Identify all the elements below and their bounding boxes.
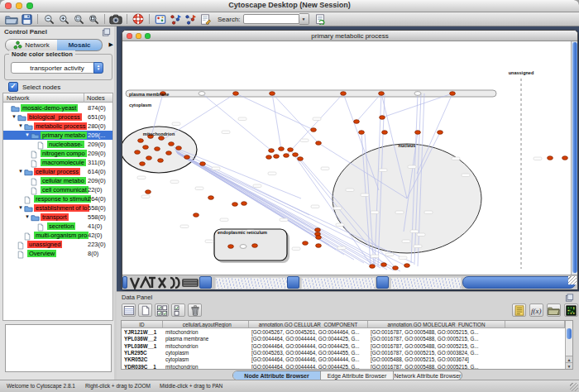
tab-mosaic[interactable]: Mosaic [57,39,103,51]
tree-row-response-to-stimulu[interactable]: response to stimulu264(0) [3,194,112,203]
network-node[interactable] [438,131,443,135]
table-cell[interactable]: plasma membrane [163,336,249,342]
dropdown-stepper-icon[interactable]: ▲▼ [93,62,103,74]
formula-builder-button[interactable]: f(x) [529,304,543,317]
network-node[interactable] [159,136,165,141]
tree-col-nodes[interactable]: Nodes [87,94,105,102]
expand-arrow-icon[interactable]: ▼ [12,114,17,120]
network-node[interactable] [315,228,321,232]
tree-row-secretion[interactable]: secretion41(0) [3,222,112,231]
table-cell[interactable]: [GO:0016787, GO:0005488, GO:0005215, G..… [368,329,505,336]
network-node[interactable] [143,146,149,150]
table-scrollbar[interactable]: ▲ ▼ [565,321,572,369]
table-cell[interactable]: mitochondrion [163,364,249,370]
table-cell[interactable]: [GO:0016787, GO:0005488, GO:0005215, G..… [368,343,505,350]
network-node[interactable] [184,155,190,160]
tree-row-cell-communicat[interactable]: cell communicat22(0) [3,185,112,194]
network-node[interactable] [228,245,234,249]
zoom-in-button[interactable] [56,13,71,26]
network-node[interactable] [341,92,347,96]
column-header[interactable]: ID [122,321,163,328]
help-button[interactable] [131,13,146,26]
network-node-unmapped[interactable] [240,245,246,249]
table-cell[interactable]: [GO:0044464, GO:0044444, GO:0044425, G..… [249,364,368,370]
network-node[interactable] [382,131,388,135]
network-node[interactable] [242,202,247,206]
tree-row-metabolic-process[interactable]: ▼metabolic process280(0) [3,122,112,131]
network-node[interactable] [288,148,294,152]
new-attribute-button[interactable] [138,304,152,317]
network-node[interactable] [284,154,290,158]
search-dropdown-arrow-icon[interactable]: ▼ [299,13,309,25]
attribute-table-button[interactable] [122,304,136,317]
network-node[interactable] [279,147,285,151]
network-node-unmapped[interactable] [414,92,421,96]
select-attributes-button[interactable] [155,304,169,317]
birdseye-view[interactable] [5,324,112,372]
window-resize-grip[interactable] [568,276,577,284]
scroll-up-icon[interactable]: ▲ [566,356,572,362]
network-node[interactable] [176,146,182,151]
network-node[interactable] [354,120,360,124]
network-node[interactable] [169,142,175,146]
attribute-matrix-button[interactable] [564,304,578,317]
tree-row-transport[interactable]: ▼transport558(0) [3,213,112,222]
table-cell[interactable]: [GO:0044464, GO:0044444, GO:0044425, G..… [249,343,368,350]
table-cell[interactable]: [GO:0016787, GO:0005488, GO:0005215, G..… [368,336,505,342]
table-cell[interactable]: YLR295C [122,350,163,356]
hscroll-thumb[interactable] [287,276,299,289]
zoom-out-button[interactable] [41,13,56,26]
network-vertical-scrollbar[interactable] [571,41,577,275]
network-node-unmapped[interactable] [199,92,205,96]
expand-arrow-icon[interactable]: ▼ [18,205,23,211]
network-node[interactable] [359,131,365,135]
tree-row-nitrogen-compo[interactable]: nitrogen compo209(0) [3,149,112,158]
tree-row-cellular-process[interactable]: ▼cellular process614(0) [3,167,112,176]
network-node[interactable] [316,244,322,248]
tree-col-network[interactable]: Network [7,94,30,102]
table-cell[interactable]: cytoplasm [163,356,249,363]
network-node[interactable] [393,266,399,270]
tree-header[interactable]: Network Nodes [3,93,112,103]
network-node[interactable] [316,141,322,146]
hscroll-thumb[interactable] [376,276,389,289]
network-node[interactable] [194,213,199,218]
tab-overflow-arrow-icon[interactable]: ▶ [109,41,113,48]
network-node[interactable] [303,241,309,246]
table-cell[interactable]: [GO:0044464, GO:0044446, GO:0044444, G..… [249,356,368,363]
annotation-button[interactable] [198,13,213,26]
scroll-down-icon[interactable]: ▼ [566,362,572,369]
network-node[interactable] [146,156,152,160]
hscroll-bar[interactable] [462,276,576,289]
network-node[interactable] [379,92,385,96]
tree-row-overview[interactable]: Overview8(0) [3,249,112,258]
network-node[interactable] [138,139,144,143]
delete-attribute-button[interactable] [188,304,202,317]
float-panel-icon[interactable] [102,28,111,36]
tree-row-nucleobase-[interactable]: nucleobase-209(0) [3,140,112,149]
network-canvas[interactable]: plasma membranecytoplasmmitochondrionnuc… [122,41,577,275]
table-cell[interactable]: YKR052C [122,356,163,363]
network-node[interactable] [269,149,275,153]
network-node[interactable] [381,263,387,267]
table-cell[interactable]: YPL036W__1 [122,343,163,350]
zoom-fit-button[interactable] [86,13,101,26]
network-node[interactable] [548,156,553,160]
overview-button[interactable] [153,13,168,26]
zoom-region-button[interactable] [71,13,86,26]
column-header[interactable]: annotation.GO MOLECULAR_FUNCTION [368,321,505,328]
network-node[interactable] [270,92,275,96]
network-node[interactable] [370,265,376,269]
network-node[interactable] [200,162,206,166]
table-cell[interactable]: YPL036W__2 [122,336,163,342]
import-attributes-button[interactable] [547,304,561,317]
table-cell[interactable]: YJR121W__1 [122,329,163,336]
network-node[interactable] [293,153,299,157]
tree-row-mosaic-demo-yeast[interactable]: mosaic-demo-yeast874(0) [3,103,112,112]
expand-arrow-icon[interactable]: ▼ [18,123,23,129]
network-node[interactable] [252,244,258,248]
tree-row-primary-metabo[interactable]: ▼primary metabo209(... [3,131,112,140]
network-node[interactable] [146,190,151,194]
search-advanced-button[interactable] [313,13,328,26]
network-node[interactable] [135,151,141,155]
